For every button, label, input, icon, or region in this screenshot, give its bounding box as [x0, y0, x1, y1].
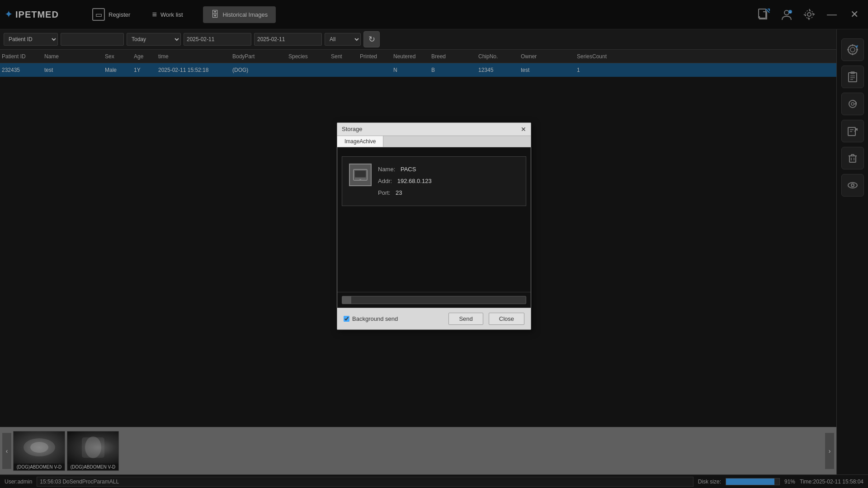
- modal-titlebar: Storage ✕: [337, 123, 531, 136]
- pacs-info: Name: PACS Addr: 192.68.0.123 Port: 23: [378, 164, 432, 199]
- modal-title: Storage: [342, 126, 363, 132]
- pacs-icon: [349, 164, 372, 186]
- pacs-card[interactable]: Name: PACS Addr: 192.68.0.123 Port: 23: [342, 156, 526, 206]
- modal-close-action-button[interactable]: Close: [489, 313, 524, 325]
- tab-image-archive[interactable]: ImageAchive: [337, 136, 383, 147]
- progress-bar: [342, 296, 526, 304]
- progress-area: [337, 292, 531, 308]
- pacs-port-value: 23: [396, 189, 402, 196]
- progress-fill: [342, 296, 351, 304]
- pacs-name-label: Name:: [378, 166, 395, 173]
- pacs-addr-row: Addr: 192.68.0.123: [378, 175, 432, 187]
- svg-point-39: [359, 179, 361, 181]
- background-send-label[interactable]: Background send: [344, 315, 398, 322]
- pacs-port-row: Port: 23: [378, 187, 432, 199]
- background-send-text: Background send: [352, 315, 398, 322]
- svg-rect-37: [355, 171, 366, 177]
- pacs-addr-label: Addr:: [378, 178, 392, 184]
- modal-body: Name: PACS Addr: 192.68.0.123 Port: 23: [337, 147, 531, 292]
- pacs-port-label: Port:: [378, 189, 390, 196]
- storage-modal: Storage ✕ ImageAchive Name:: [337, 122, 531, 330]
- background-send-checkbox[interactable]: [344, 316, 349, 322]
- pacs-addr-value: 192.68.0.123: [397, 178, 432, 184]
- modal-close-button[interactable]: ✕: [521, 126, 526, 133]
- modal-tabs: ImageAchive: [337, 136, 531, 147]
- send-button[interactable]: Send: [448, 313, 483, 325]
- modal-footer: Background send Send Close: [337, 308, 531, 329]
- pacs-name-value: PACS: [401, 166, 416, 173]
- modal-overlay: Storage ✕ ImageAchive Name:: [0, 0, 868, 488]
- pacs-name-row: Name: PACS: [378, 164, 432, 175]
